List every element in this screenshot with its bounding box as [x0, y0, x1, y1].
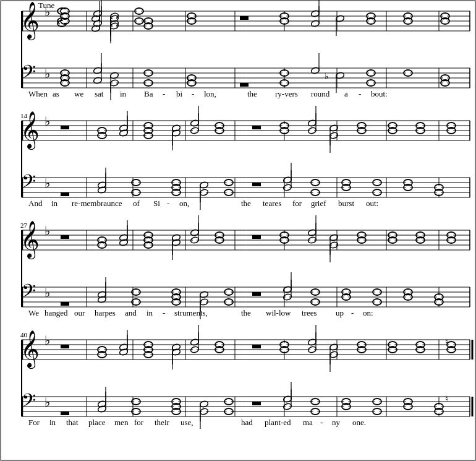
sheet-music — [0, 0, 476, 461]
